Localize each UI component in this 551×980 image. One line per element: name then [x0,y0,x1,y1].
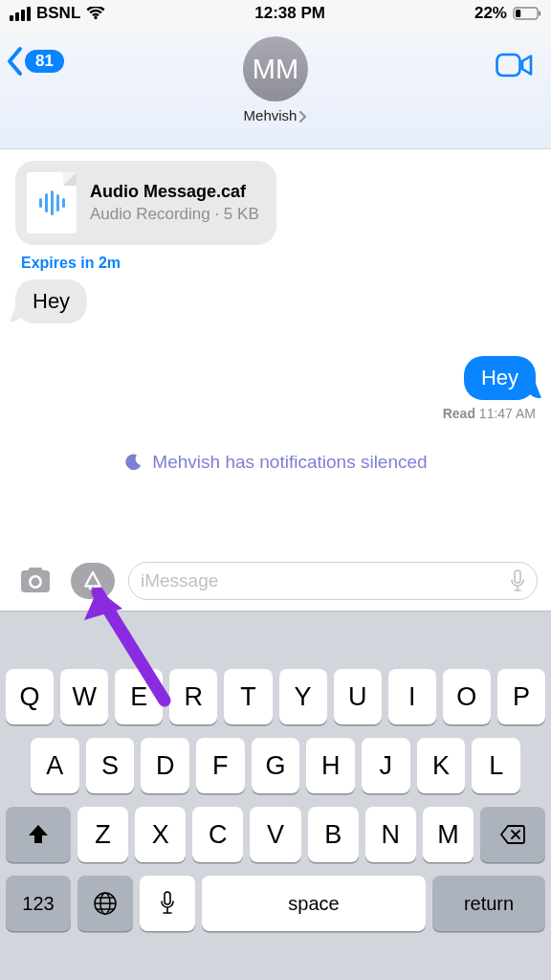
key[interactable]: A [31,738,79,793]
key[interactable]: E [115,669,163,724]
svg-rect-6 [515,570,520,583]
battery-percent: 22% [474,4,507,23]
key[interactable]: P [497,669,545,724]
key[interactable]: I [388,669,436,724]
svg-rect-1 [516,10,520,17]
key[interactable]: Q [6,669,54,724]
space-key[interactable]: space [202,876,426,931]
attachment-subtitle: Audio Recording · 5 KB [90,204,259,224]
contact-name-button[interactable]: Mehvish [244,107,308,123]
carrier-label: BSNL [36,4,80,23]
key[interactable]: C [192,807,243,862]
message-input-bar: iMessage [0,551,551,611]
avatar-initials: MM [253,54,298,85]
shift-icon [27,823,50,846]
conversation-area[interactable]: Audio Message.caf Audio Recording · 5 KB… [0,149,551,551]
expiry-label: Expires in 2m [21,255,536,272]
keyboard-row-3: Z X C V B N M [6,807,545,862]
numbers-key[interactable]: 123 [6,876,71,931]
dictation-icon[interactable] [510,569,525,592]
conversation-header: 81 MM Mehvish [0,27,551,149]
key[interactable]: K [417,738,466,793]
svg-rect-9 [165,892,170,904]
shift-key[interactable] [6,807,71,862]
facetime-button[interactable] [496,52,534,82]
svg-rect-3 [497,55,520,76]
input-placeholder: iMessage [141,570,218,591]
svg-rect-2 [539,11,540,16]
key[interactable]: W [60,669,108,724]
key[interactable]: Z [77,807,128,862]
key[interactable]: T [224,669,272,724]
key[interactable]: R [169,669,217,724]
backspace-key[interactable] [480,807,545,862]
notifications-silenced[interactable]: Mehvish has notifications silenced [15,452,536,473]
globe-key[interactable] [77,876,133,931]
key[interactable]: O [443,669,491,724]
avatar[interactable]: MM [243,36,308,101]
key[interactable]: S [86,738,135,793]
key[interactable]: J [362,738,410,793]
globe-icon [93,891,118,916]
chevron-left-icon [6,46,23,77]
moon-icon [123,453,143,472]
key[interactable]: G [252,738,300,793]
camera-button[interactable] [13,563,57,599]
unread-badge: 81 [25,50,64,73]
key[interactable]: Y [279,669,327,724]
clock: 12:38 PM [254,4,325,23]
status-bar: BSNL 12:38 PM 22% [0,0,551,27]
back-button[interactable]: 81 [6,46,64,77]
key[interactable]: M [423,807,474,862]
svg-point-5 [32,578,40,587]
app-store-icon [81,569,104,592]
keyboard: Q W E R T Y U I O P A S D F G H J K L Z … [0,611,551,980]
read-receipt: Read 11:47 AM [15,406,536,421]
key[interactable]: F [196,738,245,793]
keyboard-row-4: 123 space return [6,876,545,931]
keyboard-row-1: Q W E R T Y U I O P [6,669,545,724]
chevron-right-icon [298,111,307,122]
return-key[interactable]: return [432,876,545,931]
app-drawer-button[interactable] [71,563,115,599]
key[interactable]: X [135,807,186,862]
audio-attachment-bubble[interactable]: Audio Message.caf Audio Recording · 5 KB [15,161,276,245]
key[interactable]: D [141,738,189,793]
key[interactable]: V [250,807,300,862]
key[interactable]: H [306,738,355,793]
key[interactable]: L [472,738,520,793]
audio-file-icon [27,172,77,234]
key[interactable]: B [308,807,359,862]
message-input[interactable]: iMessage [128,562,538,600]
incoming-message[interactable]: Hey [15,279,87,323]
battery-icon [513,7,541,20]
suggestion-bar[interactable] [6,623,545,656]
key[interactable]: N [365,807,416,862]
attachment-filename: Audio Message.caf [90,182,259,202]
cellular-signal-icon [10,7,31,21]
outgoing-message[interactable]: Hey [464,356,536,400]
wifi-icon [86,7,105,20]
backspace-icon [499,824,526,845]
keyboard-row-2: A S D F G H J K L [6,738,545,793]
key[interactable]: U [334,669,382,724]
dictation-key[interactable] [140,876,195,931]
mic-icon [160,891,175,916]
